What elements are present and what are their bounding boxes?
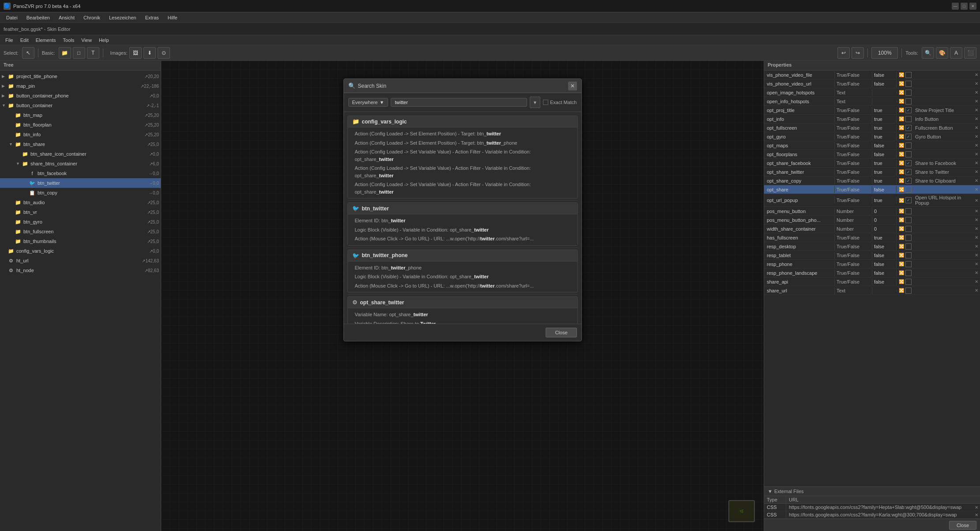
prop-delete-icon[interactable]: ✕ — [973, 72, 980, 77]
prop-delete-icon[interactable]: ✕ — [973, 134, 980, 139]
props-row[interactable]: opt_proj_title True/False true 🔀 ✓ Show … — [764, 106, 980, 115]
prop-link-icon[interactable]: 🔀 — [898, 288, 905, 293]
tree-item[interactable]: fbtn_facebook→0,0 — [0, 168, 161, 178]
props-row[interactable]: share_url Text 🔀 ✕ — [764, 286, 980, 295]
search-scope-dropdown[interactable]: Everywhere ▼ — [348, 98, 388, 107]
tree-item[interactable]: ⚙ht_node↗82,63 — [0, 266, 161, 275]
prop-delete-icon[interactable]: ✕ — [973, 161, 980, 165]
tree-arrow-icon[interactable]: ▼ — [2, 103, 7, 108]
prop-delete-icon[interactable]: ✕ — [973, 143, 980, 148]
result-section[interactable]: ⚙ opt_share_twitter Variable Name: opt_s… — [347, 296, 578, 324]
prop-delete-icon[interactable]: ✕ — [973, 152, 980, 157]
prop-checkbox[interactable] — [905, 270, 912, 276]
prop-delete-icon[interactable]: ✕ — [973, 262, 980, 266]
props-row[interactable]: opt_maps True/False false 🔀 ✕ — [764, 141, 980, 150]
prop-link-icon[interactable]: 🔀 — [898, 169, 905, 175]
menu-bearbeiten[interactable]: Bearbeiten — [22, 14, 54, 21]
prop-delete-icon[interactable]: ✕ — [973, 235, 980, 240]
search-input[interactable] — [391, 98, 527, 107]
prop-link-icon[interactable]: 🔀 — [898, 160, 905, 166]
prop-delete-icon[interactable]: ✕ — [973, 198, 980, 203]
prop-checkbox[interactable]: ✓ — [905, 125, 912, 131]
prop-checkbox[interactable] — [905, 151, 912, 157]
props-row[interactable]: opt_floorplans True/False false 🔀 ✕ — [764, 150, 980, 159]
prop-checkbox[interactable]: ✓ — [905, 160, 912, 166]
modal-x-button[interactable]: ✕ — [568, 82, 577, 90]
tree-item[interactable]: ▼📁share_btns_container↗6,0 — [0, 159, 161, 168]
images-tool-2[interactable]: ⬇ — [143, 47, 156, 59]
undo-btn[interactable]: ↩ — [837, 47, 850, 59]
prop-delete-icon[interactable]: ✕ — [973, 288, 980, 293]
props-row[interactable]: opt_share_twitter True/False true 🔀 ✓ Sh… — [764, 168, 980, 176]
tree-item[interactable]: ⚙ht_url↗142,63 — [0, 256, 161, 266]
select-tool-btn[interactable]: ↖ — [22, 47, 34, 59]
tree-item[interactable]: 📁config_vars_logic↗0,0 — [0, 246, 161, 256]
menu-lesezeichen[interactable]: Lesezeichen — [105, 14, 141, 21]
prop-checkbox[interactable] — [905, 98, 912, 105]
tree-item[interactable]: 📁btn_info↗25,20 — [0, 130, 161, 139]
tree-item[interactable]: 📁btn_audio↗25,0 — [0, 198, 161, 207]
props-row[interactable]: opt_fullscreen True/False true 🔀 ✓ Fulls… — [764, 123, 980, 132]
prop-checkbox[interactable] — [905, 142, 912, 149]
exact-match-label[interactable]: Exact Match — [543, 100, 577, 105]
props-row[interactable]: opt_info True/False true 🔀 Info Button ✕ — [764, 115, 980, 123]
app-menu-edit[interactable]: Edit — [17, 37, 32, 44]
ext-file-delete[interactable]: ✕ — [973, 505, 980, 510]
result-section[interactable]: 🐦 btn_twitter Element ID: btn_twitterLog… — [347, 202, 578, 246]
prop-delete-icon[interactable]: ✕ — [973, 244, 980, 249]
props-row[interactable]: resp_desktop True/False false 🔀 ✕ — [764, 242, 980, 251]
props-row[interactable]: opt_share_copy True/False true 🔀 ✓ Share… — [764, 176, 980, 185]
props-row[interactable]: opt_share True/False false 🔀 ✕ — [764, 185, 980, 194]
ext-file-delete[interactable]: ✕ — [973, 512, 980, 517]
tree-item[interactable]: 📁btn_map↗25,20 — [0, 110, 161, 120]
search-history-btn[interactable]: ▼ — [530, 97, 540, 108]
prop-link-icon[interactable]: 🔀 — [898, 279, 905, 284]
prop-checkbox[interactable] — [905, 243, 912, 250]
right-panel-close-button[interactable]: Close — [949, 521, 976, 530]
menu-datei[interactable]: Datei — [2, 14, 22, 21]
prop-delete-icon[interactable]: ✕ — [973, 226, 980, 231]
menu-chronik[interactable]: Chronik — [79, 14, 105, 21]
menu-ansicht[interactable]: Ansicht — [54, 14, 79, 21]
app-menu-elements[interactable]: Elements — [32, 37, 60, 44]
prop-checkbox[interactable]: ✓ — [905, 178, 912, 184]
prop-link-icon[interactable]: 🔀 — [898, 116, 905, 122]
prop-delete-icon[interactable]: ✕ — [973, 90, 980, 95]
props-row[interactable]: vis_phone_video_url True/False false 🔀 ✕ — [764, 79, 980, 88]
modal-close-button[interactable]: Close — [546, 328, 577, 337]
prop-delete-icon[interactable]: ✕ — [973, 108, 980, 112]
tools-btn-3[interactable]: A — [950, 47, 962, 59]
prop-delete-icon[interactable]: ✕ — [973, 217, 980, 222]
prop-delete-icon[interactable]: ✕ — [973, 116, 980, 121]
result-section[interactable]: 🐦 btn_twitter_phone Element ID: btn_twit… — [347, 250, 578, 293]
tools-btn-2[interactable]: 🎨 — [936, 47, 948, 59]
prop-checkbox[interactable] — [905, 72, 912, 78]
images-tool-3[interactable]: ⊙ — [158, 47, 170, 59]
prop-link-icon[interactable]: 🔀 — [898, 125, 905, 131]
close-window-btn[interactable]: ✕ — [969, 3, 976, 10]
prop-link-icon[interactable]: 🔀 — [898, 243, 905, 249]
prop-checkbox[interactable] — [905, 235, 912, 241]
basic-tool-1[interactable]: 📁 — [59, 47, 71, 59]
prop-link-icon[interactable]: 🔀 — [898, 178, 905, 183]
props-row[interactable]: vis_phone_video_file True/False false 🔀 … — [764, 71, 980, 79]
props-row[interactable]: opt_url_popup True/False true 🔀 ✓ Open U… — [764, 194, 980, 207]
props-row[interactable]: pos_menu_button Number 0 🔀 ✕ — [764, 207, 980, 216]
prop-delete-icon[interactable]: ✕ — [973, 99, 980, 104]
prop-link-icon[interactable]: 🔀 — [898, 90, 905, 95]
app-menu-tools[interactable]: Tools — [60, 37, 78, 44]
prop-checkbox[interactable] — [905, 90, 912, 96]
tree-item[interactable]: ▼📁btn_share↗25,0 — [0, 139, 161, 149]
prop-link-icon[interactable]: 🔀 — [898, 198, 905, 203]
prop-link-icon[interactable]: 🔀 — [898, 142, 905, 148]
prop-checkbox[interactable] — [905, 116, 912, 122]
tree-item[interactable]: 📁btn_gyro↗25,0 — [0, 217, 161, 227]
prop-checkbox[interactable]: ✓ — [905, 107, 912, 113]
prop-delete-icon[interactable]: ✕ — [973, 169, 980, 174]
tree-item[interactable]: 📋btn_copy→0,0 — [0, 188, 161, 198]
tree-item[interactable]: ▼📁button_container↗-2,-1 — [0, 101, 161, 110]
props-row[interactable]: open_info_hotspots Text 🔀 ✕ — [764, 97, 980, 106]
tree-arrow-icon[interactable]: ▼ — [16, 161, 21, 166]
props-row[interactable]: pos_menu_button_pho... Number 0 🔀 ✕ — [764, 216, 980, 224]
prop-link-icon[interactable]: 🔀 — [898, 226, 905, 232]
